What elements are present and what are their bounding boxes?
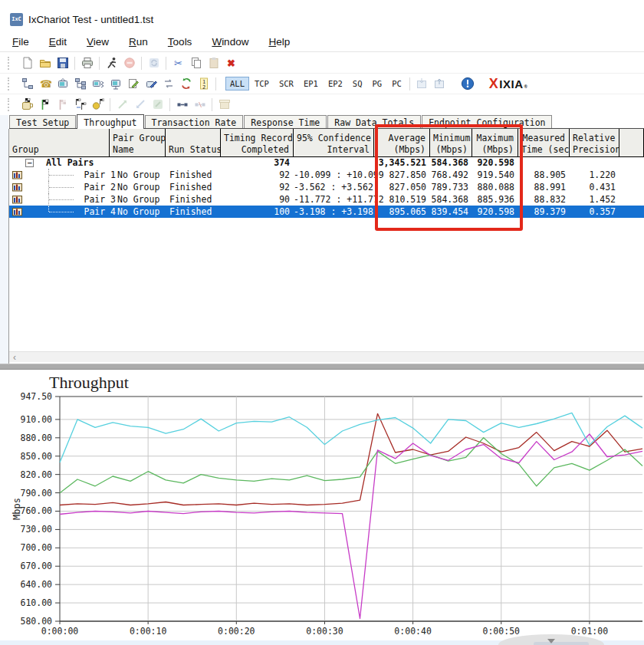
col-header-maximum[interactable]: Maximum(Mbps) bbox=[472, 129, 518, 157]
toolbar-grip[interactable] bbox=[8, 57, 12, 70]
col-header-group[interactable]: Group bbox=[9, 129, 110, 157]
throughput-chart: 947.50910.00880.00850.00820.00790.00760.… bbox=[0, 370, 644, 641]
delete-icon[interactable]: ✖ bbox=[222, 55, 240, 71]
replace-endpoints-icon[interactable] bbox=[177, 76, 195, 91]
edit-pair-icon[interactable] bbox=[124, 76, 142, 91]
add-video-pair-icon[interactable] bbox=[54, 76, 71, 91]
menu-bar: File Edit View Run Tools Window Help bbox=[0, 32, 644, 52]
col-header-confidence-interval[interactable]: 95% ConfidenceInterval bbox=[294, 129, 374, 157]
measured-time: 89.379 bbox=[518, 206, 570, 218]
tab-raw-data-totals[interactable]: Raw Data Totals bbox=[327, 115, 421, 128]
pair-rows: Pair 1 No Group Finished 92 -10.099 : +1… bbox=[9, 169, 644, 218]
console-icon[interactable] bbox=[18, 97, 36, 112]
col-header-average[interactable]: Average(Mbps) bbox=[374, 129, 430, 157]
filter-ep2[interactable]: EP2 bbox=[324, 77, 347, 90]
menu-file[interactable]: File bbox=[12, 36, 29, 48]
table-row[interactable]: Pair 4 No Group Finished 100 -3.198 : +3… bbox=[9, 206, 644, 218]
all-pairs-row[interactable]: − All Pairs 374 3,345.521 584.368 920.59… bbox=[9, 157, 644, 169]
tree-connector-horizontal bbox=[49, 187, 74, 188]
tree-connector-horizontal bbox=[49, 212, 74, 212]
minimum-mbps: 584.368 bbox=[430, 193, 472, 206]
tab-test-setup[interactable]: Test Setup bbox=[9, 115, 76, 128]
archive-icon bbox=[215, 97, 233, 112]
add-pair-icon[interactable] bbox=[18, 76, 36, 91]
link-view-icon[interactable] bbox=[173, 97, 191, 112]
run-status: Finished bbox=[166, 193, 221, 206]
menu-view[interactable]: View bbox=[87, 36, 109, 48]
pair-flags-icon[interactable] bbox=[71, 97, 89, 112]
run-test-icon[interactable] bbox=[103, 55, 120, 71]
relative-precision: 0.357 bbox=[570, 206, 619, 218]
start-flag-icon[interactable] bbox=[36, 97, 54, 112]
timing-records: 90 bbox=[221, 193, 294, 206]
tab-endpoint-configuration[interactable]: Endpoint Configuration bbox=[422, 115, 552, 128]
add-video-multicast-icon[interactable] bbox=[89, 76, 107, 91]
run-option-icon-2 bbox=[131, 97, 149, 112]
toolbar-grip[interactable] bbox=[8, 98, 12, 111]
tab-transaction-rate[interactable]: Transaction Rate bbox=[145, 115, 244, 128]
swap-endpoints-icon[interactable] bbox=[159, 76, 177, 91]
average-mbps: 895.065 bbox=[374, 206, 430, 218]
menu-run[interactable]: Run bbox=[129, 36, 148, 48]
open-file-icon[interactable] bbox=[36, 55, 54, 71]
pane-splitter[interactable] bbox=[0, 364, 644, 370]
filter-scr[interactable]: SCR bbox=[274, 77, 298, 90]
print-icon[interactable] bbox=[78, 55, 96, 71]
pair-label: Pair 2 bbox=[84, 181, 116, 193]
group-cell: Pair 2 bbox=[9, 181, 110, 193]
cut-icon[interactable]: ✂ bbox=[169, 55, 187, 71]
new-document-icon[interactable] bbox=[18, 55, 36, 71]
relative-precision: 1.220 bbox=[570, 169, 619, 181]
col-header-relative-precision[interactable]: RelativePrecision bbox=[570, 129, 619, 157]
copy-icon[interactable] bbox=[187, 55, 205, 71]
confidence-interval: -3.562 : +3.562 bbox=[294, 181, 374, 193]
wizard-12-icon[interactable]: 12 bbox=[195, 76, 212, 91]
timing-records: 92 bbox=[221, 181, 294, 193]
confidence-interval: -11.772 : +11.772 bbox=[294, 193, 374, 206]
filter-pc[interactable]: PC bbox=[387, 77, 406, 90]
add-multicast-group-icon[interactable] bbox=[71, 76, 89, 91]
add-hardware-pair-icon[interactable] bbox=[107, 76, 124, 91]
menu-edit[interactable]: Edit bbox=[49, 36, 67, 48]
series-line-pair-2 bbox=[60, 438, 642, 493]
scroll-left-icon[interactable]: ‹ bbox=[9, 354, 16, 361]
col-header-timing-records[interactable]: Timing RecordsCompleted bbox=[221, 129, 294, 157]
tab-throughput[interactable]: Throughput bbox=[77, 114, 143, 129]
minimum-mbps: 768.492 bbox=[430, 169, 472, 181]
toolbar-separator bbox=[169, 98, 170, 111]
save-icon[interactable] bbox=[54, 55, 71, 71]
tab-response-time[interactable]: Response Time bbox=[244, 115, 327, 128]
collapse-icon[interactable]: − bbox=[25, 159, 34, 167]
run-status: Finished bbox=[166, 169, 221, 181]
about-info-icon[interactable] bbox=[459, 76, 477, 91]
col-header-run-status[interactable]: Run Status bbox=[166, 129, 221, 157]
table-row[interactable]: Pair 1 No Group Finished 92 -10.099 : +1… bbox=[9, 169, 644, 181]
toolbar-grip[interactable] bbox=[8, 77, 12, 90]
table-row[interactable]: Pair 3 No Group Finished 90 -11.772 : +1… bbox=[9, 193, 644, 206]
sign-pair-icon[interactable] bbox=[142, 76, 159, 91]
add-voip-pair-icon[interactable]: ☎ bbox=[36, 76, 54, 91]
y-tick-label: 760.00 bbox=[20, 505, 52, 516]
menu-window[interactable]: Window bbox=[212, 36, 248, 48]
toolbar-separator bbox=[99, 57, 100, 70]
filter-tcp[interactable]: TCP bbox=[250, 77, 274, 90]
filter-ep1[interactable]: EP1 bbox=[299, 77, 323, 90]
col-header-measured-time[interactable]: MeasuredTime (sec) bbox=[518, 129, 570, 157]
filter-pg[interactable]: PG bbox=[368, 77, 387, 90]
window-title: IxChariot Test - untitled1.tst bbox=[28, 14, 153, 25]
col-header-minimum[interactable]: Minimum(Mbps) bbox=[430, 129, 472, 157]
minimum-mbps: 789.733 bbox=[430, 181, 472, 193]
all-pairs-records: 374 bbox=[221, 157, 294, 169]
table-row[interactable]: Pair 2 No Group Finished 92 -3.562 : +3.… bbox=[9, 181, 644, 193]
stop-test-icon bbox=[120, 55, 138, 71]
group-cell: Pair 4 bbox=[9, 206, 110, 218]
col-header-pair-group-name[interactable]: Pair GroupName bbox=[110, 129, 166, 157]
horizontal-scrollbar[interactable]: ‹ bbox=[9, 351, 644, 362]
toolbar-separator bbox=[215, 77, 216, 90]
menu-tools[interactable]: Tools bbox=[168, 36, 192, 48]
menu-help[interactable]: Help bbox=[268, 36, 290, 48]
results-flag-icon[interactable] bbox=[89, 97, 107, 112]
series-line-pair-3 bbox=[60, 434, 642, 619]
filter-all[interactable]: ALL bbox=[225, 77, 249, 90]
filter-sq[interactable]: SQ bbox=[348, 77, 367, 90]
